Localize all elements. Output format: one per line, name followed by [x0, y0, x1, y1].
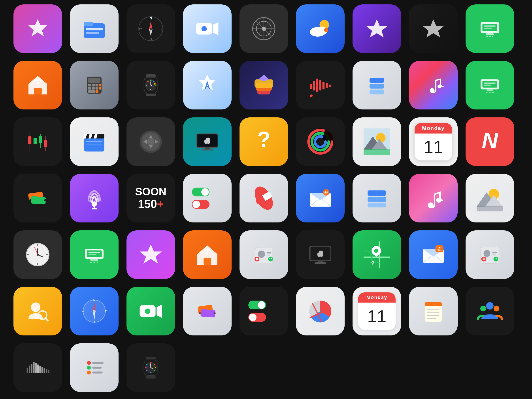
medicine-icon[interactable]	[240, 174, 288, 222]
svg-point-63	[147, 81, 149, 82]
capo-icon[interactable]	[409, 174, 458, 222]
help-icon[interactable]: ?	[240, 117, 288, 166]
itunes-store-icon[interactable]	[13, 4, 62, 53]
toggle-dark-on-thumb	[258, 301, 265, 309]
mirror-green-icon[interactable]	[70, 230, 119, 279]
calendar-light-icon[interactable]: Monday 11	[353, 287, 401, 336]
svg-point-229	[214, 312, 216, 315]
safari-icon[interactable]: N S E W	[70, 287, 119, 336]
calculator-icon[interactable]	[70, 61, 119, 109]
layers-icon[interactable]	[240, 61, 288, 109]
svg-point-151	[428, 202, 434, 208]
svg-rect-75	[323, 82, 325, 90]
svg-rect-248	[37, 365, 39, 373]
news-icon[interactable]: N	[466, 117, 514, 166]
aperture-icon[interactable]	[240, 4, 288, 53]
svg-point-204	[483, 250, 490, 257]
toggles-dark-icon[interactable]	[240, 287, 288, 336]
calendar-icon[interactable]: Monday 11	[409, 117, 458, 166]
notes-icon[interactable]	[409, 287, 458, 336]
file-browser-icon[interactable]	[70, 4, 119, 53]
facetime-icon[interactable]	[183, 4, 232, 53]
svg-point-12	[150, 28, 152, 30]
reminders-icon[interactable]	[70, 343, 119, 392]
toggles-light-icon[interactable]	[183, 174, 232, 222]
svg-rect-48	[99, 87, 101, 90]
svg-rect-49	[88, 90, 95, 93]
svg-text:N: N	[149, 16, 152, 20]
watch-dark-icon[interactable]	[127, 343, 175, 392]
itunes-purple-icon[interactable]	[127, 230, 175, 279]
svg-text:E: E	[105, 310, 107, 313]
svg-rect-47	[95, 87, 98, 90]
clapper-icon[interactable]	[70, 117, 119, 166]
svg-point-65	[153, 81, 154, 82]
coupon-light-icon[interactable]	[183, 287, 232, 336]
svg-rect-206	[492, 254, 496, 255]
svg-point-152	[436, 198, 441, 203]
calendar-light-date: 11	[358, 303, 396, 330]
airplay-dark-icon[interactable]	[296, 230, 345, 279]
app-store-icon[interactable]	[183, 61, 232, 109]
ipod-icon[interactable]	[127, 117, 175, 166]
svg-rect-4	[86, 32, 99, 34]
svg-rect-74	[319, 80, 321, 90]
watch-icon[interactable]	[127, 61, 175, 109]
contacts-light-icon[interactable]	[240, 230, 288, 279]
podcasts-icon[interactable]	[70, 174, 119, 222]
maps-icon[interactable]: ?	[353, 230, 401, 279]
facetime-green-icon[interactable]	[127, 287, 175, 336]
toggle-dark-off-row	[248, 313, 279, 322]
db-manager-table-icon[interactable]	[353, 174, 401, 222]
svg-point-180	[258, 250, 265, 258]
svg-rect-41	[88, 84, 91, 87]
sound-dark-icon[interactable]	[13, 343, 62, 392]
landscape-light-icon[interactable]	[466, 174, 514, 222]
imovie-dark-icon[interactable]	[409, 4, 458, 53]
svg-text:S: S	[150, 38, 152, 41]
svg-point-175	[97, 261, 98, 263]
landscape-icon[interactable]	[353, 117, 401, 166]
svg-rect-3	[86, 28, 103, 31]
sound-analysis-icon[interactable]	[296, 61, 345, 109]
coupon-icon[interactable]	[13, 174, 62, 222]
phone-contacts-icon[interactable]	[466, 230, 514, 279]
maps-light-icon[interactable]	[296, 287, 345, 336]
svg-point-26	[324, 28, 328, 32]
activity-rings-icon[interactable]	[296, 117, 345, 166]
mirror-magnet-icon[interactable]	[466, 61, 514, 109]
team-icon[interactable]	[466, 287, 514, 336]
mail-blue-envelope-icon[interactable]: @	[409, 230, 458, 279]
svg-point-265	[150, 362, 152, 364]
weather-icon[interactable]	[296, 4, 345, 53]
svg-rect-2	[84, 22, 93, 26]
home-orange-icon[interactable]	[183, 230, 232, 279]
music-icon[interactable]	[409, 61, 458, 109]
svg-point-34	[486, 36, 488, 37]
svg-rect-44	[99, 84, 101, 87]
airplay-icon[interactable]	[183, 117, 232, 166]
compass-icon[interactable]: N S E W	[127, 4, 175, 53]
mirror-magnet-green-icon[interactable]	[466, 4, 514, 53]
svg-text:S: S	[93, 321, 95, 324]
svg-point-241	[480, 306, 486, 311]
svg-rect-86	[482, 81, 497, 88]
stock-charts-icon[interactable]	[13, 117, 62, 166]
svg-rect-131	[364, 149, 390, 155]
home-icon[interactable]	[13, 61, 62, 109]
svg-point-66	[154, 83, 156, 85]
svg-rect-33	[486, 33, 494, 35]
svg-point-90	[486, 92, 488, 93]
clock-icon[interactable]	[13, 230, 62, 279]
svg-rect-71	[310, 84, 312, 89]
svg-rect-205	[492, 252, 497, 253]
soon-plus: +	[157, 197, 164, 210]
mail-blue-icon[interactable]: @	[296, 174, 345, 222]
toggle-dark-off-track	[248, 313, 266, 322]
people-search-icon[interactable]	[13, 287, 62, 336]
imovie-purple-icon[interactable]	[353, 4, 401, 53]
svg-point-228	[199, 312, 201, 315]
svg-text:N: N	[482, 128, 498, 153]
svg-rect-45	[88, 87, 91, 90]
db-manager-light-icon[interactable]	[353, 61, 401, 109]
